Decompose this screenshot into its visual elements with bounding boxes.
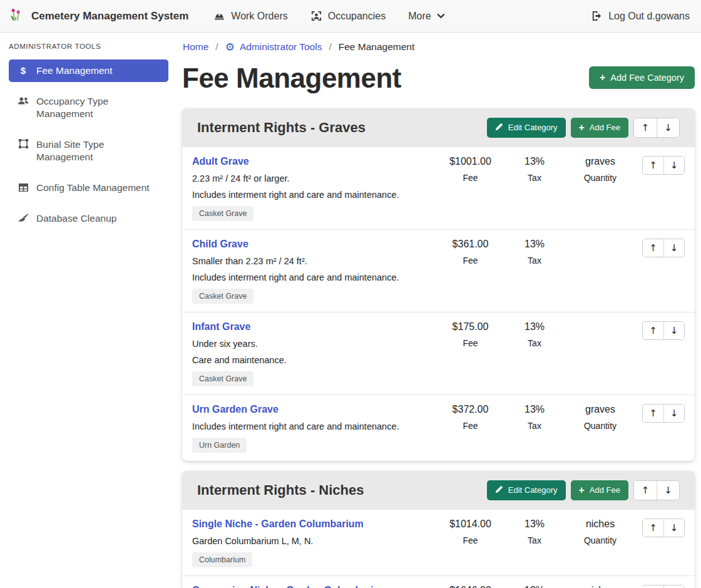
hard-hat-icon <box>213 10 225 22</box>
fee-type-badge: Urn Garden <box>192 438 247 453</box>
fee-type-badge: Casket Grave <box>192 206 253 221</box>
fee-description: Care and maintenance. <box>192 355 434 365</box>
fee-name-link[interactable]: Child Grave <box>192 239 248 250</box>
plus-icon: + <box>579 485 585 495</box>
fee-quantity-label: Quantity <box>566 421 635 431</box>
fee-amount-col: $1001.00 Fee <box>437 156 503 183</box>
arrow-down-icon: ↓ <box>664 485 672 496</box>
edit-category-label: Edit Category <box>508 123 558 132</box>
fee-tax: 13% <box>503 585 566 588</box>
move-fee-down-button[interactable]: ↓ <box>663 157 684 174</box>
sidebar-item-database-cleanup[interactable]: Database Cleanup <box>9 207 168 230</box>
edit-category-label: Edit Category <box>508 485 558 495</box>
fee-name-link[interactable]: Infant Grave <box>192 321 250 333</box>
fee-name-link[interactable]: Adult Grave <box>192 156 249 167</box>
fee-tax-label: Tax <box>503 173 566 183</box>
top-navbar: Cemetery Management System Work Orders <box>0 0 701 33</box>
sign-out-icon <box>591 10 603 22</box>
fee-tax-col: 13% Tax <box>503 585 566 588</box>
nav-item-work-orders[interactable]: Work Orders <box>213 10 287 22</box>
fee-description: Smaller than 2.23 m² / 24 ft². <box>192 256 434 266</box>
pencil-icon <box>495 485 503 495</box>
move-fee-up-button[interactable]: ↑ <box>643 157 663 174</box>
add-fee-category-label: Add Fee Category <box>610 73 684 83</box>
table-icon <box>16 182 30 194</box>
move-category-down-button[interactable]: ↓ <box>657 481 679 500</box>
nav-links: Work Orders Occupancies More <box>213 10 444 22</box>
fee-description: Includes interment right and care and ma… <box>192 190 434 200</box>
fee-name-link[interactable]: Single Niche - Garden Columbarium <box>192 518 364 530</box>
move-category-down-button[interactable]: ↓ <box>657 118 679 137</box>
nav-item-occupancies[interactable]: Occupancies <box>310 10 386 22</box>
logout-label: Log Out d.gowans <box>608 11 690 22</box>
sidebar-item-burial-site-type-management[interactable]: Burial Site Type Management <box>9 133 168 168</box>
fee-type-badge: Casket Grave <box>192 371 253 386</box>
fee-description: 2.23 m² / 24 ft² or larger. <box>192 173 434 183</box>
arrow-down-icon: ↓ <box>664 122 672 133</box>
move-fee-up-button[interactable]: ↑ <box>643 322 663 339</box>
sidebar-item-label: Database Cleanup <box>36 212 116 225</box>
breadcrumb: Home / ⚙ Administrator Tools / Fee Manag… <box>183 41 695 53</box>
fee-amount-col: $175.00 Fee <box>437 321 503 348</box>
fee-reorder-group: ↑ ↓ <box>642 404 685 423</box>
move-category-up-button[interactable]: ↑ <box>634 118 657 137</box>
add-fee-button[interactable]: + Add Fee <box>571 118 629 138</box>
app-brand[interactable]: Cemetery Management System <box>9 7 188 26</box>
arrow-up-icon: ↑ <box>642 122 650 133</box>
move-fee-up-button[interactable]: ↑ <box>643 405 663 422</box>
fee-tax: 13% <box>503 239 566 250</box>
fee-amount: $1001.00 <box>437 156 503 167</box>
arrow-down-icon: ↓ <box>670 242 678 254</box>
fee-tax-col: 13% Tax <box>503 321 566 348</box>
move-fee-down-button[interactable]: ↓ <box>663 405 684 422</box>
fee-row-companion-niche: Companion Niche - Garden Columbarium Gar… <box>182 576 695 588</box>
plus-icon: + <box>579 123 585 133</box>
edit-category-button[interactable]: Edit Category <box>487 118 566 138</box>
sidebar-item-label: Burial Site Type Management <box>36 138 161 163</box>
fee-name-link[interactable]: Urn Garden Grave <box>192 404 279 415</box>
add-fee-category-button[interactable]: + Add Fee Category <box>589 66 695 89</box>
fee-reorder-group: ↑ ↓ <box>642 321 685 340</box>
nav-item-label: Occupancies <box>328 11 386 22</box>
add-fee-button[interactable]: + Add Fee <box>571 480 629 500</box>
fee-row-adult-grave: Adult Grave 2.23 m² / 24 ft² or larger. … <box>182 147 695 230</box>
vector-square-icon <box>16 138 30 151</box>
fee-reorder-group: ↑ ↓ <box>642 156 685 175</box>
sidebar-item-occupancy-type-management[interactable]: Occupancy Type Management <box>9 90 168 125</box>
fee-quantity: graves <box>566 156 635 167</box>
move-fee-up-button[interactable]: ↑ <box>643 519 663 537</box>
fee-tax-label: Tax <box>503 338 566 348</box>
fee-quantity-col: graves Quantity <box>566 404 635 431</box>
arrow-down-icon: ↓ <box>670 160 678 171</box>
breadcrumb-admin-tools-link[interactable]: ⚙ Administrator Tools <box>225 41 322 53</box>
move-fee-down-button[interactable]: ↓ <box>663 239 684 257</box>
gear-icon: ⚙ <box>225 42 235 53</box>
sidebar-item-fee-management[interactable]: $ Fee Management <box>9 59 168 82</box>
fee-quantity: graves <box>566 404 635 415</box>
fee-reorder-group: ↑ ↓ <box>642 518 685 537</box>
move-category-up-button[interactable]: ↑ <box>634 481 657 500</box>
move-fee-up-button[interactable]: ↑ <box>643 585 663 588</box>
arrow-down-icon: ↓ <box>670 325 678 336</box>
nav-item-more[interactable]: More <box>408 11 444 22</box>
main-content: Home / ⚙ Administrator Tools / Fee Manag… <box>178 33 701 588</box>
move-fee-down-button[interactable]: ↓ <box>663 585 684 588</box>
fee-tax-label: Tax <box>503 535 566 545</box>
sidebar-heading: ADMINISTRATOR TOOLS <box>9 43 168 50</box>
sidebar-item-config-table-management[interactable]: Config Table Management <box>9 177 168 199</box>
logout-button[interactable]: Log Out d.gowans <box>591 10 690 22</box>
fee-name-link[interactable]: Companion Niche - Garden Columbarium <box>192 585 389 588</box>
move-fee-down-button[interactable]: ↓ <box>663 322 684 339</box>
category-header: Interment Rights - Graves Edit Category … <box>182 108 695 147</box>
breadcrumb-home-link[interactable]: Home <box>183 41 208 53</box>
fee-amount-col: $361.00 Fee <box>437 239 503 266</box>
edit-category-button[interactable]: Edit Category <box>487 480 566 500</box>
move-fee-up-button[interactable]: ↑ <box>643 239 663 257</box>
fee-quantity: niches <box>566 518 635 530</box>
fee-row-urn-garden-grave: Urn Garden Grave Includes interment righ… <box>182 395 695 461</box>
fee-tax: 13% <box>503 518 566 530</box>
category-card-graves: Interment Rights - Graves Edit Category … <box>182 108 695 461</box>
fee-quantity-label: Quantity <box>566 535 635 545</box>
fee-amount: $372.00 <box>437 404 503 415</box>
move-fee-down-button[interactable]: ↓ <box>663 519 684 537</box>
